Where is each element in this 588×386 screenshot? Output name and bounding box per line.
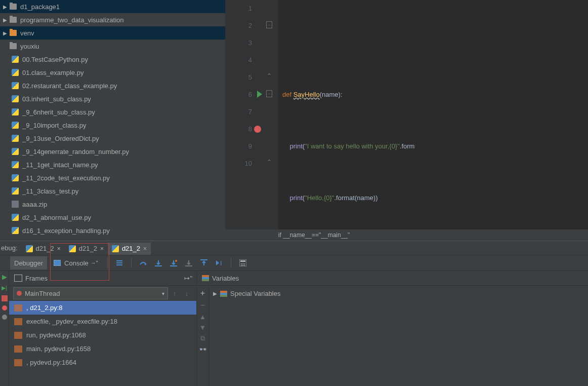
debug-tab[interactable]: d21_2× [22,243,65,255]
step-into-my-icon[interactable] [167,256,180,269]
stop-icon[interactable] [2,295,8,301]
expand-icon[interactable]: ▶ [213,291,217,296]
run-gutter-icon[interactable] [257,91,262,98]
folder-icon [9,3,17,11]
file-item[interactable]: _9_10import_class.py [0,119,225,132]
copy-icon[interactable]: ⧉ [200,334,205,342]
file-item[interactable]: _9_13use_OrderedDict.py [0,132,225,145]
breadcrumb[interactable]: if __name__=="__main__" [225,229,588,241]
svg-text:I: I [220,259,222,266]
debug-run-tabs: ebug: d21_2×d21_2×d21_2× [0,241,588,255]
frame-icon [14,304,22,312]
folder-item[interactable]: ▶d1_package1 [0,0,225,13]
fold-minus-icon[interactable]: − [266,21,272,28]
frames-label: Frames [25,275,48,282]
force-step-icon[interactable] [182,256,195,269]
close-icon[interactable]: × [143,245,147,252]
chevron-right-icon[interactable]: ▶ [3,17,9,23]
console-icon [53,259,61,267]
file-label: _9_13use_OrderedDict.py [22,135,99,142]
close-icon[interactable]: × [100,245,104,252]
glasses-icon[interactable]: 👓 [199,345,207,353]
add-watch-icon[interactable]: + [200,289,205,298]
python-file-icon [11,95,19,103]
breakpoint-icon[interactable] [254,126,261,133]
console-tab[interactable]: Console→" [49,256,102,269]
svg-point-2 [175,260,177,262]
debug-tab[interactable]: d21_2× [65,243,108,255]
python-file-icon [11,147,19,156]
file-item[interactable]: aaaa.zip [0,198,225,211]
project-tree[interactable]: ▶d1_package1▶programme_two_data_visualiz… [0,0,225,241]
file-item[interactable]: d2_1_abnormal_use.py [0,211,225,224]
file-label: d2_1_abnormal_use.py [22,214,91,221]
stack-frame[interactable]: main, pydevd.py:1658 [9,342,196,356]
code-area[interactable]: def SayHello(name): print("I want to say… [278,0,588,229]
resume-icon[interactable]: ▶| [2,285,7,291]
step-into-icon[interactable] [152,256,165,269]
special-variables-row[interactable]: ▶ Special Variables [213,290,584,297]
file-item[interactable]: 00.TestCasePython.py [0,53,225,66]
step-out-icon[interactable] [197,256,211,269]
svg-rect-3 [170,265,177,266]
close-icon[interactable]: × [57,245,61,252]
thread-selector[interactable]: MainThread ▾ [13,287,168,299]
debugger-tab[interactable]: Debugger [10,256,47,269]
file-item[interactable]: _9_6nherit_sub_class.py [0,105,225,119]
folder-item[interactable]: ▶venv [0,26,225,40]
folder-icon [9,16,17,24]
view-breakpoints-icon[interactable] [2,305,7,311]
file-item[interactable]: 01.class_example.py [0,66,225,79]
up-icon[interactable]: ▲ [199,313,206,321]
down-icon[interactable]: ▼ [199,324,206,331]
threads-icon[interactable] [113,256,126,269]
step-over-icon[interactable] [137,256,150,269]
code-editor[interactable]: 1 2 3 4 5 6 7 8 9 10 − − ⌃ ⌃ def SayHell… [225,0,588,241]
file-label: aaaa.zip [22,201,47,208]
frame-icon [14,359,22,366]
stack-frame[interactable]: execfile, _pydev_execfile.py:18 [9,315,196,328]
file-label: _9_14generrate_random_number.py [22,148,129,156]
fold-end-icon: ⌃ [266,159,272,166]
debug-toolbar: Debugger Console→" I [0,255,588,271]
run-to-cursor-icon[interactable]: I [213,256,226,269]
python-file-icon [11,55,19,63]
folder-item[interactable]: youxiu [0,40,225,53]
file-item[interactable]: _11_2code_test_execution.py [0,171,225,184]
debug-tab[interactable]: d21_2× [108,243,151,255]
python-file-icon [11,161,19,169]
file-item[interactable]: d16_1_exception_handling.py [0,224,225,237]
file-item[interactable]: 03.inherit_sub_class.py [0,92,225,105]
folder-icon [9,29,17,37]
stack-frame[interactable]: run, pydevd.py:1068 [9,328,196,342]
stack-list[interactable]: , d21_2.py:8execfile, _pydev_execfile.py… [9,301,196,369]
file-item[interactable]: _11_3class_test.py [0,184,225,198]
zip-icon [11,200,19,208]
mute-breakpoints-icon[interactable] [2,315,7,320]
python-file-icon [69,245,76,252]
debug-panel: ebug: d21_2×d21_2×d21_2× Debugger Consol… [0,241,588,386]
fold-minus-icon[interactable]: − [266,90,272,97]
file-item[interactable]: _9_14generrate_random_number.py [0,145,225,158]
python-file-icon [11,226,19,235]
gutter: 1 2 3 4 5 6 7 8 9 10 [225,0,263,229]
remove-watch-icon[interactable]: − [200,301,205,310]
stack-frame[interactable]: , d21_2.py:8 [9,301,196,315]
chevron-right-icon[interactable]: ▶ [3,4,9,10]
file-item[interactable]: _11_1get_intact_name.py [0,158,225,171]
stack-frame[interactable]: , pydevd.py:1664 [9,356,196,369]
folder-item[interactable]: ▶programme_two_data_visualization [0,13,225,26]
python-file-icon [11,187,19,195]
next-frame-icon[interactable]: ↓ [181,288,192,299]
svg-point-14 [244,265,245,266]
chevron-right-icon[interactable]: ▶ [3,30,9,36]
file-item[interactable]: 02.restaurant_class_example.py [0,79,225,92]
prev-frame-icon[interactable]: ↑ [169,288,180,299]
file-label: _11_2code_test_execution.py [22,174,110,182]
file-label: 03.inherit_sub_class.py [22,95,91,103]
frame-icon [14,318,22,325]
restore-layout-icon[interactable]: ↦" [184,275,192,282]
rerun-icon[interactable]: ▶ [2,273,7,281]
python-file-icon [26,245,33,252]
evaluate-icon[interactable] [236,256,249,269]
